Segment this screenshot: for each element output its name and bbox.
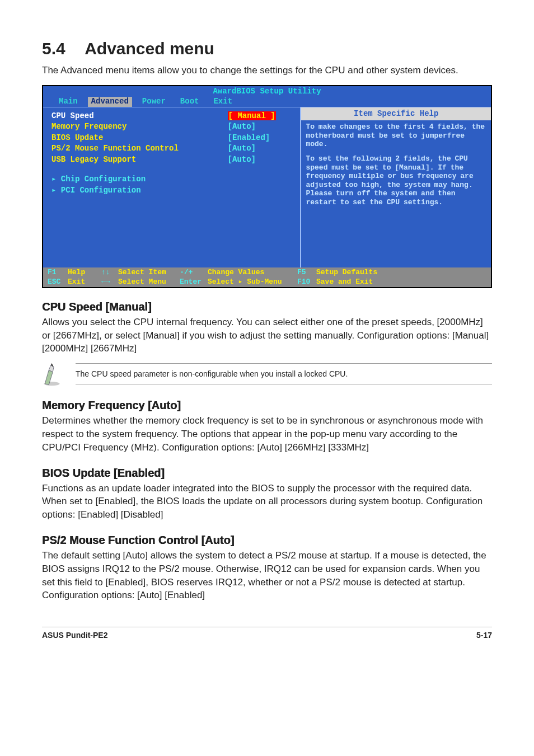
h-ps2: PS/2 Mouse Function Control [Auto]	[42, 534, 492, 547]
bios-help-pane: Item Specific Help To make changes to th…	[301, 107, 491, 268]
help-p1: To make changes to the first 4 fields, t…	[306, 123, 486, 149]
row-mem-freq[interactable]: Memory Frequency	[51, 121, 224, 133]
row-chip-config[interactable]: ▸ Chip Configuration	[51, 174, 294, 185]
h-mem-freq: Memory Frequency [Auto]	[42, 399, 492, 412]
key-plusminus: -/+	[180, 268, 208, 277]
val-cpu-speed[interactable]: [ Manual ]	[228, 111, 276, 120]
key-enter: Enter	[180, 278, 208, 287]
row-ps2-mouse[interactable]: PS/2 Mouse Function Control	[51, 143, 224, 154]
desc-select-menu: Select Menu	[118, 278, 180, 287]
intro-text: The Advanced menu items allow you to cha…	[42, 64, 492, 77]
p-bios-update: Functions as an update loader integrated…	[42, 482, 492, 522]
bios-left-pane: CPU Speed [ Manual ] Memory Frequency [A…	[43, 107, 301, 268]
bios-footer: F1 Help ↑↓ Select Item -/+ Change Values…	[43, 267, 491, 287]
note-block: The CPU speed parameter is non-configura…	[42, 363, 492, 387]
bios-title: AwardBIOS Setup Utility	[43, 86, 491, 97]
footer-left: ASUS Pundit-PE2	[42, 631, 107, 640]
pencil-icon	[42, 363, 65, 387]
tab-exit[interactable]: Exit	[209, 97, 237, 107]
desc-select-item: Select Item	[118, 268, 180, 277]
page-footer: ASUS Pundit-PE2 5-17	[42, 627, 492, 640]
val-usb-legacy[interactable]: [Auto]	[224, 154, 295, 166]
section-number: 5.4	[42, 39, 65, 58]
bios-screenshot: AwardBIOS Setup Utility Main Advanced Po…	[42, 85, 492, 288]
help-p2: To set the following 2 fields, the CPU s…	[306, 154, 486, 207]
key-esc: ESC	[48, 278, 68, 287]
tab-boot[interactable]: Boot	[176, 97, 204, 107]
desc-save-exit: Save and Exit	[316, 278, 486, 287]
tab-advanced[interactable]: Advanced	[88, 97, 132, 107]
row-chip-config-label: Chip Configuration	[61, 175, 146, 184]
h-cpu-speed: CPU Speed [Manual]	[42, 300, 492, 313]
key-leftright: ←→	[101, 278, 118, 287]
tab-main[interactable]: Main	[54, 97, 82, 107]
desc-change-values: Change Values	[208, 268, 297, 277]
p-cpu-speed: Allows you select the CPU internal frequ…	[42, 316, 492, 355]
help-title: Item Specific Help	[301, 107, 491, 121]
key-f10: F10	[297, 278, 316, 287]
row-cpu-speed[interactable]: CPU Speed	[51, 111, 224, 122]
val-ps2-mouse[interactable]: [Auto]	[224, 143, 295, 154]
row-usb-legacy[interactable]: USB Legacy Support	[51, 154, 224, 166]
desc-help: Help	[68, 268, 101, 277]
row-pci-config-label: PCI Configuration	[61, 186, 141, 195]
desc-exit: Exit	[68, 278, 101, 287]
key-f5: F5	[297, 268, 316, 277]
bios-tabs: Main Advanced Power Boot Exit	[43, 97, 491, 107]
h-bios-update: BIOS Update [Enabled]	[42, 467, 492, 480]
desc-setup-defaults: Setup Defaults	[316, 268, 486, 277]
section-heading: 5.4 Advanced menu	[42, 39, 492, 58]
note-text: The CPU speed parameter is non-configura…	[76, 363, 492, 384]
row-pci-config[interactable]: ▸ PCI Configuration	[51, 185, 294, 196]
p-mem-freq: Determines whether the memory clock freq…	[42, 414, 492, 454]
section-title: Advanced menu	[85, 39, 214, 58]
footer-right: 5-17	[476, 631, 492, 640]
key-f1: F1	[48, 268, 68, 277]
val-bios-update[interactable]: [Enabled]	[224, 133, 295, 144]
row-bios-update[interactable]: BIOS Update	[51, 133, 224, 144]
val-mem-freq[interactable]: [Auto]	[224, 121, 295, 133]
tab-power[interactable]: Power	[138, 97, 170, 107]
p-ps2: The default setting [Auto] allows the sy…	[42, 549, 492, 602]
desc-submenu: Select ▸ Sub-Menu	[208, 278, 297, 287]
key-updown: ↑↓	[101, 268, 118, 277]
